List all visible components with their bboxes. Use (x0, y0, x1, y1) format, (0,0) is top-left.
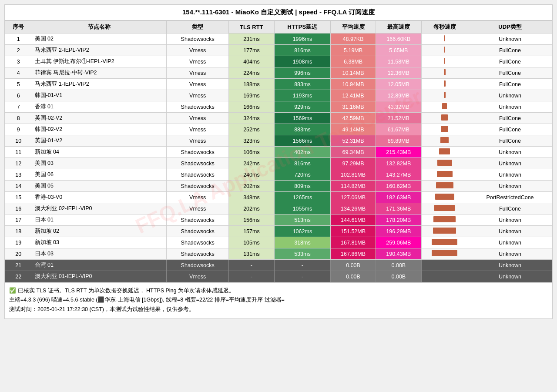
row-id: 5 (5, 79, 32, 90)
tls-rtt: 348ms (228, 192, 274, 203)
node-name: 香港 01 (32, 101, 167, 113)
tls-rtt: 188ms (228, 79, 274, 90)
tls-rtt: 157ms (228, 226, 274, 237)
persec-speed (421, 260, 468, 271)
https-delay: 809ms (274, 181, 330, 192)
row-id: 14 (5, 181, 32, 192)
node-name: 英国-01-V2 (32, 135, 167, 147)
avg-speed: 144.61MB (330, 214, 376, 226)
node-type: Vmess (167, 45, 228, 56)
https-delay: 402ms (274, 147, 330, 158)
persec-speed (421, 237, 468, 248)
row-id: 2 (5, 45, 32, 56)
avg-speed: 6.38MB (330, 56, 376, 67)
table-row: 22澳大利亚 01-IEPL-VIP0Vmess--0.00B0.00BUnkn… (5, 271, 552, 282)
row-id: 6 (5, 90, 32, 101)
node-name: 土耳其 伊斯坦布尔①-IEPL-VIP2 (32, 56, 167, 67)
udp-type: Unknown (468, 248, 552, 260)
node-type: Vmess (167, 67, 228, 79)
node-name: 美国 06 (32, 169, 167, 181)
footer: ✅已核实 TLS 证书。TLS RTT 为单次数据交换延迟， HTTPS Pin… (5, 282, 552, 318)
max-speed: 259.06MB (376, 237, 421, 248)
table-row: 13美国 06Shadowsocks240ms720ms102.81MB143.… (5, 169, 552, 181)
node-type: Vmess (167, 135, 228, 147)
udp-type: Unknown (468, 237, 552, 248)
table-row: 9韩国-02-V2Vmess252ms883ms49.14MB61.67MBFu… (5, 124, 552, 135)
https-delay: 816ms (274, 158, 330, 169)
node-type: Shadowsocks (167, 214, 228, 226)
max-speed: 71.52MB (376, 113, 421, 124)
node-type: Vmess (167, 192, 228, 203)
table-row: 7香港 01Shadowsocks166ms929ms31.16MB43.32M… (5, 101, 552, 113)
persec-speed (421, 56, 468, 67)
node-name: 香港-03-V0 (32, 192, 167, 203)
table-row: 16澳大利亚 02-IEPL-VIP0Vmess202ms1055ms134.2… (5, 203, 552, 214)
max-speed: 61.67MB (376, 124, 421, 135)
table-row: 20日本 03Shadowsocks131ms533ms167.86MB190.… (5, 248, 552, 260)
node-type: Vmess (167, 124, 228, 135)
tls-rtt: 252ms (228, 124, 274, 135)
max-speed: 160.62MB (376, 181, 421, 192)
row-id: 3 (5, 56, 32, 67)
avg-speed: 102.81MB (330, 169, 376, 181)
https-delay: 816ms (274, 45, 330, 56)
udp-type: Unknown (468, 181, 552, 192)
https-delay: 1908ms (274, 56, 330, 67)
avg-speed: 10.14MB (330, 67, 376, 79)
udp-type: Unknown (468, 147, 552, 158)
max-speed: 0.00B (376, 271, 421, 282)
footer-line3: 测试时间：2025-01-21 17:22:30 (CST)，本测试为试验性结果… (9, 305, 548, 314)
table-row: 8英国-02-V2Vmess324ms1569ms42.59MB71.52MBF… (5, 113, 552, 124)
https-delay: 1569ms (274, 113, 330, 124)
col-header: 节点名称 (32, 21, 167, 34)
node-type: Shadowsocks (167, 147, 228, 158)
persec-speed (421, 135, 468, 147)
persec-speed (421, 248, 468, 260)
udp-type: FullCone (468, 56, 552, 67)
https-delay: 720ms (274, 169, 330, 181)
max-speed: 178.20MB (376, 214, 421, 226)
node-name: 韩国-01-V1 (32, 90, 167, 101)
avg-speed: 97.29MB (330, 158, 376, 169)
tls-rtt: - (228, 260, 274, 271)
persec-speed (421, 192, 468, 203)
row-id: 9 (5, 124, 32, 135)
max-speed: 12.89MB (376, 90, 421, 101)
col-header: 序号 (5, 21, 32, 34)
tls-rtt: 323ms (228, 135, 274, 147)
node-name: 澳大利亚 02-IEPL-VIP0 (32, 203, 167, 214)
tls-rtt: 166ms (228, 101, 274, 113)
col-header: TLS RTT (228, 21, 274, 34)
udp-type: Unknown (468, 34, 552, 45)
col-header: 最高速度 (376, 21, 421, 34)
row-id: 21 (5, 260, 32, 271)
footer-line1: ✅已核实 TLS 证书。TLS RTT 为单次数据交换延迟， HTTPS Pin… (9, 286, 548, 295)
row-id: 19 (5, 237, 32, 248)
node-name: 英国-02-V2 (32, 113, 167, 124)
avg-speed: 167.86MB (330, 248, 376, 260)
node-type: Shadowsocks (167, 237, 228, 248)
udp-type: Unknown (468, 101, 552, 113)
tls-rtt: 202ms (228, 203, 274, 214)
tls-rtt: 169ms (228, 90, 274, 101)
max-speed: 171.36MB (376, 203, 421, 214)
table-body: 1美国 02Shadowsocks231ms1996ms48.97KB166.6… (5, 34, 552, 282)
avg-speed: 48.97KB (330, 34, 376, 45)
max-speed: 12.36MB (376, 67, 421, 79)
col-header: 每秒速度 (421, 21, 468, 34)
table-row: 4菲律宾 马尼拉-中转-VIP2Vmess224ms996ms10.14MB12… (5, 67, 552, 79)
avg-speed: 0.00B (330, 271, 376, 282)
tls-rtt: 224ms (228, 67, 274, 79)
udp-type: FullCone (468, 67, 552, 79)
avg-speed: 5.19MB (330, 45, 376, 56)
node-name: 日本 03 (32, 248, 167, 260)
avg-speed: 151.52MB (330, 226, 376, 237)
udp-type: Unknown (468, 226, 552, 237)
persec-speed (421, 203, 468, 214)
avg-speed: 49.14MB (330, 124, 376, 135)
udp-type: PortRestrictedCone (468, 192, 552, 203)
table-row: 6韩国-01-V1Vmess169ms1193ms12.41MB12.89MBU… (5, 90, 552, 101)
row-id: 18 (5, 226, 32, 237)
avg-speed: 114.82MB (330, 181, 376, 192)
row-id: 1 (5, 34, 32, 45)
